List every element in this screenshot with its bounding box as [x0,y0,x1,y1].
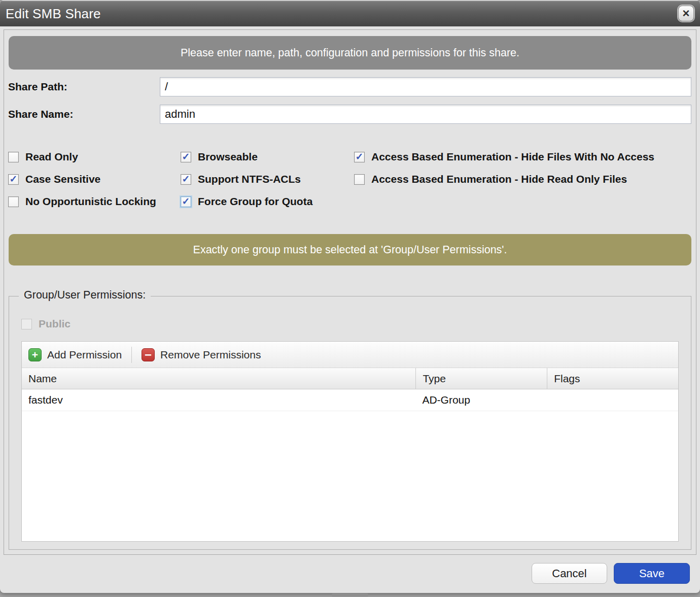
read-only-checkbox[interactable]: ✓ [8,152,19,162]
add-permission-button[interactable]: + Add Permission [28,348,122,361]
case-sensitive-label: Case Sensitive [25,173,100,185]
options-column-3: ✓ Access Based Enumeration - Hide Files … [354,151,691,218]
share-options: ✓ Read Only ✓ Case Sensitive ✓ No Opport… [8,151,691,218]
no-opportunistic-locking-checkbox[interactable]: ✓ [8,196,19,207]
close-button[interactable]: ✕ [678,6,694,21]
share-fields: Share Path: Share Name: [4,77,696,124]
option-read-only: ✓ Read Only [8,151,181,163]
options-column-1: ✓ Read Only ✓ Case Sensitive ✓ No Opport… [8,151,181,218]
group-user-permissions-legend: Group/User Permissions: [19,289,151,302]
remove-permissions-button[interactable]: − Remove Permissions [142,348,261,361]
cancel-button[interactable]: Cancel [532,563,607,584]
abe-hide-read-only-files-checkbox[interactable]: ✓ [354,174,365,185]
dialog-footer: Cancel Save [532,563,690,584]
check-icon: ✓ [10,174,18,184]
force-group-for-quota-checkbox[interactable]: ✓ [181,196,191,207]
resize-grip[interactable] [332,593,368,596]
force-group-for-quota-label: Force Group for Quota [198,195,312,208]
read-only-label: Read Only [25,151,78,163]
save-button[interactable]: Save [614,563,690,584]
remove-icon: − [142,348,155,361]
option-support-ntfs-acls: ✓ Support NTFS-ACLs [181,173,354,185]
info-banner: Please enter name, path, configuration a… [9,36,691,70]
row-flags-cell [547,389,678,411]
share-name-row: Share Name: [8,105,691,124]
share-path-row: Share Path: [8,77,691,96]
check-icon: ✓ [182,174,190,184]
row-name-cell: fastdev [22,389,415,411]
toolbar-separator [131,347,132,363]
share-path-label: Share Path: [8,81,160,93]
option-force-group-quota: ✓ Force Group for Quota [181,195,354,208]
group-user-permissions-fieldset: Group/User Permissions: ✓ Public + Add P… [9,296,691,550]
browseable-label: Browseable [198,151,258,163]
row-type-cell: AD-Group [415,389,547,411]
option-abe-hide-read-only: ✓ Access Based Enumeration - Hide Read O… [354,173,691,185]
option-abe-hide-no-access: ✓ Access Based Enumeration - Hide Files … [354,151,691,163]
validation-warning-banner: Exactly one group must be selected at 'G… [9,234,691,266]
option-case-sensitive: ✓ Case Sensitive [8,173,181,185]
abe-hide-files-no-access-label: Access Based Enumeration - Hide Files Wi… [371,151,654,163]
dialog-titlebar: Edit SMB Share ✕ [0,0,700,26]
check-icon: ✓ [356,152,364,161]
cancel-button-label: Cancel [552,567,586,580]
share-name-label: Share Name: [8,108,160,120]
abe-hide-read-only-files-label: Access Based Enumeration - Hide Read Onl… [371,173,627,185]
table-row[interactable]: fastdev AD-Group [22,389,678,411]
dialog-title: Edit SMB Share [0,6,101,22]
info-banner-text: Please enter name, path, configuration a… [181,47,519,59]
add-permission-label: Add Permission [47,349,122,361]
dialog-content-panel: Please enter name, path, configuration a… [4,29,696,555]
permissions-table-header: Name Type Flags [22,368,678,389]
option-browseable: ✓ Browseable [181,151,354,163]
share-path-input[interactable] [160,77,691,96]
support-ntfs-acls-label: Support NTFS-ACLs [198,173,301,185]
edit-smb-share-dialog: Edit SMB Share ✕ Please enter name, path… [0,0,700,593]
permissions-toolbar: + Add Permission − Remove Permissions [22,342,678,368]
public-label: Public [39,318,71,330]
share-name-input[interactable] [160,105,691,124]
check-icon: ✓ [182,152,190,161]
permissions-table: + Add Permission − Remove Permissions Na… [21,341,679,542]
column-header-name[interactable]: Name [22,368,415,389]
option-no-oplocks: ✓ No Opportunistic Locking [8,195,181,208]
options-column-2: ✓ Browseable ✓ Support NTFS-ACLs ✓ Force… [181,151,354,218]
check-icon: ✓ [182,196,190,206]
validation-warning-text: Exactly one group must be selected at 'G… [193,244,507,256]
public-checkbox[interactable]: ✓ [21,319,32,329]
no-opportunistic-locking-label: No Opportunistic Locking [25,195,156,208]
column-header-flags[interactable]: Flags [547,368,678,389]
add-icon: + [28,348,42,361]
remove-permissions-label: Remove Permissions [160,349,261,361]
public-option-row: ✓ Public [21,318,691,330]
save-button-label: Save [639,567,664,580]
browseable-checkbox[interactable]: ✓ [181,152,191,162]
case-sensitive-checkbox[interactable]: ✓ [8,174,19,185]
abe-hide-files-no-access-checkbox[interactable]: ✓ [354,152,365,162]
table-empty-area [22,411,678,541]
support-ntfs-acls-checkbox[interactable]: ✓ [181,174,191,185]
close-icon: ✕ [682,8,690,19]
column-header-type[interactable]: Type [415,368,547,389]
